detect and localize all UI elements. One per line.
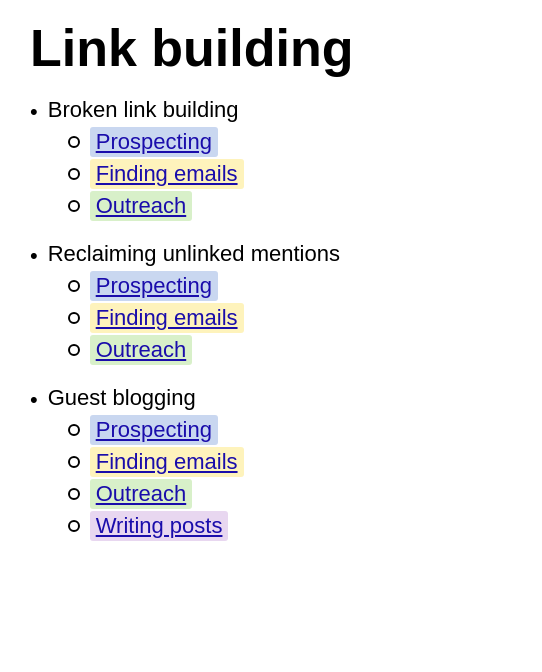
section-item-guest-blogging: •Guest bloggingProspectingFinding emails… xyxy=(30,385,512,543)
circle-bullet-icon xyxy=(68,312,80,324)
link-finding-emails[interactable]: Finding emails xyxy=(90,303,244,333)
section-item-reclaiming-unlinked-mentions: •Reclaiming unlinked mentionsProspecting… xyxy=(30,241,512,367)
page-title: Link building xyxy=(30,20,512,77)
sub-list-broken-link-building: ProspectingFinding emailsOutreach xyxy=(48,127,244,223)
section-title-reclaiming-unlinked-mentions: Reclaiming unlinked mentions xyxy=(48,241,340,267)
bullet-dot: • xyxy=(30,99,38,125)
circle-bullet-icon xyxy=(68,424,80,436)
link-finding-emails[interactable]: Finding emails xyxy=(90,159,244,189)
sub-list-guest-blogging: ProspectingFinding emailsOutreachWriting… xyxy=(48,415,244,543)
link-outreach[interactable]: Outreach xyxy=(90,191,193,221)
link-finding-emails[interactable]: Finding emails xyxy=(90,447,244,477)
link-outreach[interactable]: Outreach xyxy=(90,479,193,509)
circle-bullet-icon xyxy=(68,488,80,500)
list-item: Outreach xyxy=(48,479,244,509)
circle-bullet-icon xyxy=(68,344,80,356)
link-writing-posts[interactable]: Writing posts xyxy=(90,511,229,541)
circle-bullet-icon xyxy=(68,200,80,212)
circle-bullet-icon xyxy=(68,280,80,292)
list-item: Outreach xyxy=(48,335,340,365)
link-prospecting[interactable]: Prospecting xyxy=(90,271,218,301)
section-item-broken-link-building: •Broken link buildingProspectingFinding … xyxy=(30,97,512,223)
circle-bullet-icon xyxy=(68,136,80,148)
section-title-guest-blogging: Guest blogging xyxy=(48,385,244,411)
sub-list-reclaiming-unlinked-mentions: ProspectingFinding emailsOutreach xyxy=(48,271,340,367)
link-prospecting[interactable]: Prospecting xyxy=(90,127,218,157)
circle-bullet-icon xyxy=(68,520,80,532)
circle-bullet-icon xyxy=(68,168,80,180)
list-item: Finding emails xyxy=(48,159,244,189)
bullet-dot: • xyxy=(30,387,38,413)
list-item: Prospecting xyxy=(48,127,244,157)
list-item: Writing posts xyxy=(48,511,244,541)
circle-bullet-icon xyxy=(68,456,80,468)
list-item: Prospecting xyxy=(48,415,244,445)
section-title-broken-link-building: Broken link building xyxy=(48,97,244,123)
link-prospecting[interactable]: Prospecting xyxy=(90,415,218,445)
bullet-dot: • xyxy=(30,243,38,269)
list-item: Prospecting xyxy=(48,271,340,301)
list-item: Finding emails xyxy=(48,447,244,477)
link-outreach[interactable]: Outreach xyxy=(90,335,193,365)
list-item: Outreach xyxy=(48,191,244,221)
main-list: •Broken link buildingProspectingFinding … xyxy=(30,97,512,543)
list-item: Finding emails xyxy=(48,303,340,333)
